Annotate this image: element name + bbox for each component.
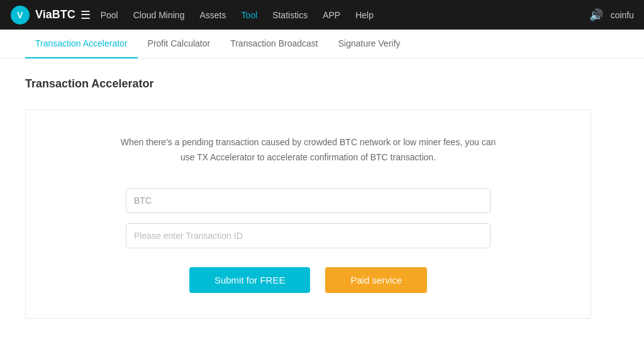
tab-profit-calculator[interactable]: Profit Calculator [138,30,221,58]
viabtc-logo-icon: V [10,5,30,25]
coin-select[interactable]: BTC ETH LTC BCH [126,188,491,213]
paid-service-button[interactable]: Paid service [325,267,427,293]
page-content: Transaction Accelerator When there's a p… [0,58,644,338]
nav-cloud-mining[interactable]: Cloud Mining [133,10,185,20]
nav-app[interactable]: APP [323,10,340,20]
page-title: Transaction Accelerator [25,77,619,91]
hamburger-icon[interactable]: ☰ [80,8,91,22]
nav-pool[interactable]: Pool [101,10,118,20]
action-buttons: Submit for FREE Paid service [126,267,491,293]
tab-transaction-broadcast[interactable]: Transaction Broadcast [220,30,328,58]
volume-icon[interactable]: 🔊 [589,8,603,22]
txid-input-wrapper [126,223,491,248]
tab-bar: Transaction Accelerator Profit Calculato… [0,30,644,58]
nav-statistics[interactable]: Statistics [272,10,308,20]
logo[interactable]: V ViaBTC [10,5,75,25]
logo-text: ViaBTC [35,8,75,21]
nav-assets[interactable]: Assets [199,10,226,20]
nav-links: Pool Cloud Mining Assets Tool Statistics… [101,10,589,20]
navbar: V ViaBTC ☰ Pool Cloud Mining Assets Tool… [0,0,644,30]
txid-input[interactable] [126,223,491,248]
accelerator-card: When there's a pending transaction cause… [25,109,591,319]
svg-text:V: V [17,10,23,20]
main-content: Transaction Accelerator Profit Calculato… [0,30,644,342]
nav-right: 🔊 coinfu [589,8,634,22]
tab-signature-verify[interactable]: Signature Verify [328,30,411,58]
coin-select-wrapper: BTC ETH LTC BCH [126,188,491,213]
description-text: When there's a pending transaction cause… [119,135,497,165]
submit-free-button[interactable]: Submit for FREE [189,267,311,293]
tab-transaction-accelerator[interactable]: Transaction Accelerator [25,30,138,58]
nav-username: coinfu [611,10,634,20]
nav-tool[interactable]: Tool [241,10,257,20]
nav-help[interactable]: Help [355,10,374,20]
